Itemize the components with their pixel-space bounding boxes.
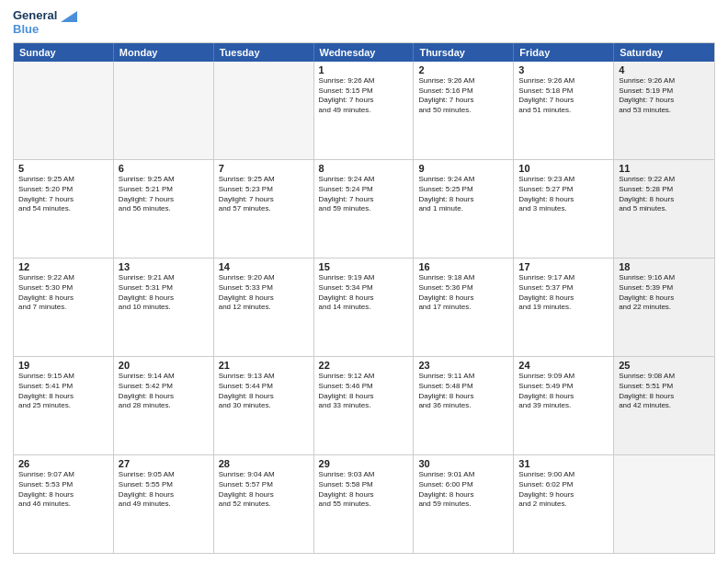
day-info: Sunrise: 9:20 AM Sunset: 5:33 PM Dayligh… xyxy=(219,273,309,313)
logo: General Blue xyxy=(13,9,77,37)
svg-marker-0 xyxy=(61,11,77,22)
calendar-cell: 5Sunrise: 9:25 AM Sunset: 5:20 PM Daylig… xyxy=(14,160,114,258)
day-info: Sunrise: 9:04 AM Sunset: 5:57 PM Dayligh… xyxy=(219,470,309,510)
day-info: Sunrise: 9:24 AM Sunset: 5:24 PM Dayligh… xyxy=(319,175,409,214)
page-header: General Blue xyxy=(13,9,715,37)
logo-line2: Blue xyxy=(13,23,77,37)
day-number: 2 xyxy=(418,64,508,75)
calendar-cell: 10Sunrise: 9:23 AM Sunset: 5:27 PM Dayli… xyxy=(514,160,614,258)
calendar-cell: 12Sunrise: 9:22 AM Sunset: 5:30 PM Dayli… xyxy=(14,259,114,356)
calendar-cell: 11Sunrise: 9:22 AM Sunset: 5:28 PM Dayli… xyxy=(614,160,714,258)
calendar: SundayMondayTuesdayWednesdayThursdayFrid… xyxy=(13,42,715,554)
weekday-header: Thursday xyxy=(414,43,514,62)
calendar-cell: 22Sunrise: 9:12 AM Sunset: 5:46 PM Dayli… xyxy=(314,357,415,454)
day-number: 16 xyxy=(418,261,508,272)
calendar-cell: 23Sunrise: 9:11 AM Sunset: 5:48 PM Dayli… xyxy=(414,357,514,454)
calendar-cell: 16Sunrise: 9:18 AM Sunset: 5:36 PM Dayli… xyxy=(414,259,514,356)
day-number: 29 xyxy=(319,458,409,469)
day-info: Sunrise: 9:00 AM Sunset: 6:02 PM Dayligh… xyxy=(518,470,609,510)
calendar-cell: 7Sunrise: 9:25 AM Sunset: 5:23 PM Daylig… xyxy=(214,160,314,258)
day-number: 3 xyxy=(518,64,609,75)
day-info: Sunrise: 9:09 AM Sunset: 5:49 PM Dayligh… xyxy=(518,372,609,411)
calendar-cell: 13Sunrise: 9:21 AM Sunset: 5:31 PM Dayli… xyxy=(114,259,214,356)
weekday-header: Sunday xyxy=(14,43,114,62)
day-info: Sunrise: 9:03 AM Sunset: 5:58 PM Dayligh… xyxy=(319,470,409,510)
weekday-header: Wednesday xyxy=(314,43,415,62)
day-number: 4 xyxy=(619,64,710,75)
day-info: Sunrise: 9:12 AM Sunset: 5:46 PM Dayligh… xyxy=(319,372,409,411)
calendar-cell: 4Sunrise: 9:26 AM Sunset: 5:19 PM Daylig… xyxy=(614,62,714,159)
weekday-header: Friday xyxy=(514,43,614,62)
calendar-cell xyxy=(214,62,314,159)
day-number: 28 xyxy=(219,458,309,469)
calendar-row: 1Sunrise: 9:26 AM Sunset: 5:15 PM Daylig… xyxy=(14,62,714,159)
day-number: 6 xyxy=(119,163,209,174)
day-number: 14 xyxy=(219,261,309,272)
day-number: 10 xyxy=(518,163,609,174)
calendar-cell: 28Sunrise: 9:04 AM Sunset: 5:57 PM Dayli… xyxy=(214,455,314,553)
day-number: 30 xyxy=(418,458,508,469)
day-info: Sunrise: 9:26 AM Sunset: 5:16 PM Dayligh… xyxy=(418,76,508,116)
day-info: Sunrise: 9:16 AM Sunset: 5:39 PM Dayligh… xyxy=(619,273,710,313)
day-info: Sunrise: 9:22 AM Sunset: 5:30 PM Dayligh… xyxy=(18,273,108,313)
calendar-cell xyxy=(114,62,214,159)
day-info: Sunrise: 9:21 AM Sunset: 5:31 PM Dayligh… xyxy=(119,273,209,313)
logo-arrow-icon xyxy=(61,11,77,22)
calendar-header: SundayMondayTuesdayWednesdayThursdayFrid… xyxy=(14,43,714,62)
day-number: 24 xyxy=(518,360,609,371)
day-number: 9 xyxy=(418,163,508,174)
day-number: 13 xyxy=(119,261,209,272)
day-info: Sunrise: 9:08 AM Sunset: 5:51 PM Dayligh… xyxy=(619,372,710,411)
day-info: Sunrise: 9:25 AM Sunset: 5:23 PM Dayligh… xyxy=(219,175,309,214)
day-info: Sunrise: 9:24 AM Sunset: 5:25 PM Dayligh… xyxy=(418,175,508,214)
day-number: 21 xyxy=(219,360,309,371)
day-info: Sunrise: 9:25 AM Sunset: 5:20 PM Dayligh… xyxy=(18,175,108,214)
calendar-cell: 6Sunrise: 9:25 AM Sunset: 5:21 PM Daylig… xyxy=(114,160,214,258)
day-info: Sunrise: 9:25 AM Sunset: 5:21 PM Dayligh… xyxy=(119,175,209,214)
calendar-row: 19Sunrise: 9:15 AM Sunset: 5:41 PM Dayli… xyxy=(14,356,714,454)
day-number: 22 xyxy=(319,360,409,371)
logo-text: General Blue xyxy=(13,9,77,37)
day-info: Sunrise: 9:26 AM Sunset: 5:18 PM Dayligh… xyxy=(518,76,609,116)
day-info: Sunrise: 9:17 AM Sunset: 5:37 PM Dayligh… xyxy=(518,273,609,313)
day-info: Sunrise: 9:19 AM Sunset: 5:34 PM Dayligh… xyxy=(319,273,409,313)
calendar-cell: 2Sunrise: 9:26 AM Sunset: 5:16 PM Daylig… xyxy=(414,62,514,159)
day-number: 1 xyxy=(319,64,409,75)
calendar-cell: 8Sunrise: 9:24 AM Sunset: 5:24 PM Daylig… xyxy=(314,160,415,258)
calendar-cell: 26Sunrise: 9:07 AM Sunset: 5:53 PM Dayli… xyxy=(14,455,114,553)
calendar-cell: 24Sunrise: 9:09 AM Sunset: 5:49 PM Dayli… xyxy=(514,357,614,454)
calendar-row: 5Sunrise: 9:25 AM Sunset: 5:20 PM Daylig… xyxy=(14,159,714,258)
day-number: 17 xyxy=(518,261,609,272)
day-number: 7 xyxy=(219,163,309,174)
calendar-cell: 18Sunrise: 9:16 AM Sunset: 5:39 PM Dayli… xyxy=(614,259,714,356)
calendar-cell: 15Sunrise: 9:19 AM Sunset: 5:34 PM Dayli… xyxy=(314,259,415,356)
day-info: Sunrise: 9:07 AM Sunset: 5:53 PM Dayligh… xyxy=(18,470,108,510)
calendar-cell: 14Sunrise: 9:20 AM Sunset: 5:33 PM Dayli… xyxy=(214,259,314,356)
day-info: Sunrise: 9:26 AM Sunset: 5:19 PM Dayligh… xyxy=(619,76,710,116)
day-number: 19 xyxy=(18,360,108,371)
day-info: Sunrise: 9:01 AM Sunset: 6:00 PM Dayligh… xyxy=(418,470,508,510)
day-info: Sunrise: 9:13 AM Sunset: 5:44 PM Dayligh… xyxy=(219,372,309,411)
calendar-cell: 30Sunrise: 9:01 AM Sunset: 6:00 PM Dayli… xyxy=(414,455,514,553)
weekday-header: Saturday xyxy=(614,43,714,62)
day-number: 15 xyxy=(319,261,409,272)
calendar-cell: 3Sunrise: 9:26 AM Sunset: 5:18 PM Daylig… xyxy=(514,62,614,159)
day-info: Sunrise: 9:14 AM Sunset: 5:42 PM Dayligh… xyxy=(119,372,209,411)
day-number: 12 xyxy=(18,261,108,272)
calendar-cell: 31Sunrise: 9:00 AM Sunset: 6:02 PM Dayli… xyxy=(514,455,614,553)
calendar-cell: 25Sunrise: 9:08 AM Sunset: 5:51 PM Dayli… xyxy=(614,357,714,454)
calendar-cell: 9Sunrise: 9:24 AM Sunset: 5:25 PM Daylig… xyxy=(414,160,514,258)
calendar-row: 26Sunrise: 9:07 AM Sunset: 5:53 PM Dayli… xyxy=(14,454,714,553)
day-number: 25 xyxy=(619,360,710,371)
calendar-cell: 21Sunrise: 9:13 AM Sunset: 5:44 PM Dayli… xyxy=(214,357,314,454)
day-number: 8 xyxy=(319,163,409,174)
day-number: 31 xyxy=(518,458,609,469)
day-info: Sunrise: 9:11 AM Sunset: 5:48 PM Dayligh… xyxy=(418,372,508,411)
day-number: 18 xyxy=(619,261,710,272)
calendar-cell: 1Sunrise: 9:26 AM Sunset: 5:15 PM Daylig… xyxy=(314,62,415,159)
calendar-cell: 19Sunrise: 9:15 AM Sunset: 5:41 PM Dayli… xyxy=(14,357,114,454)
calendar-body: 1Sunrise: 9:26 AM Sunset: 5:15 PM Daylig… xyxy=(14,62,714,553)
day-number: 26 xyxy=(18,458,108,469)
day-number: 27 xyxy=(119,458,209,469)
day-info: Sunrise: 9:26 AM Sunset: 5:15 PM Dayligh… xyxy=(319,76,409,116)
